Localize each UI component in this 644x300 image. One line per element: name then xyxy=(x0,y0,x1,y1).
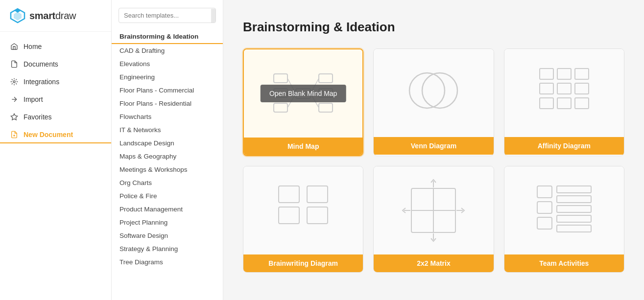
template-card-mind-map[interactable]: Open Blank Mind Map Mind M xyxy=(243,48,363,156)
category-item-brainstorming[interactable]: Brainstorming & Ideation xyxy=(112,30,223,44)
category-item-tree[interactable]: Tree Diagrams xyxy=(112,255,223,269)
category-item-org-charts[interactable]: Org Charts xyxy=(112,176,223,189)
template-grid: Open Blank Mind Map Mind M xyxy=(243,48,624,273)
import-icon xyxy=(10,95,19,104)
card-preview-2x2-matrix xyxy=(374,166,493,254)
category-item-it-networks[interactable]: IT & Networks xyxy=(112,123,223,137)
card-preview-team-activities xyxy=(504,166,624,254)
svg-rect-51 xyxy=(557,215,591,222)
template-card-2x2-matrix[interactable]: 2x2 Matrix xyxy=(373,166,494,273)
nav-items: Home Documents Integrations Import Favor xyxy=(0,32,111,300)
category-item-strategy[interactable]: Strategy & Planning xyxy=(112,242,223,255)
svg-rect-13 xyxy=(274,103,287,112)
svg-rect-47 xyxy=(537,217,552,229)
category-item-floor-commercial[interactable]: Floor Plans - Commercial xyxy=(112,84,223,97)
category-panel: Brainstorming & Ideation CAD & Drafting … xyxy=(112,0,223,300)
nav-label-import: Import xyxy=(24,95,43,103)
svg-marker-1 xyxy=(14,12,22,21)
svg-rect-37 xyxy=(307,207,328,224)
card-preview-brainwriting-diagram xyxy=(243,166,363,254)
svg-point-3 xyxy=(13,81,15,83)
page-title: Brainstorming & Ideation xyxy=(243,20,624,35)
card-preview-venn-diagram xyxy=(374,49,493,137)
home-icon xyxy=(10,42,19,51)
brainwriting-diagram-preview-icon xyxy=(271,179,335,242)
integrations-icon xyxy=(10,77,19,86)
card-label-brainwriting-diagram: Brainwriting Diagram xyxy=(243,254,363,272)
card-preview-mind-map: Open Blank Mind Map xyxy=(244,49,362,138)
open-blank-mind-map-button[interactable]: Open Blank Mind Map xyxy=(261,85,346,102)
nav-item-new-document[interactable]: New Document xyxy=(0,126,111,143)
category-item-software[interactable]: Software Design xyxy=(112,229,223,242)
svg-rect-27 xyxy=(575,69,589,79)
card-label-affinity-diagram: Affinity Diagram xyxy=(504,137,624,155)
svg-rect-33 xyxy=(575,98,589,109)
template-card-brainwriting-diagram[interactable]: Brainwriting Diagram xyxy=(243,166,363,273)
nav-item-favorites[interactable]: Favorites xyxy=(0,108,111,126)
template-card-affinity-diagram[interactable]: Affinity Diagram xyxy=(504,48,624,156)
svg-rect-35 xyxy=(307,186,328,203)
svg-rect-16 xyxy=(319,103,333,112)
search-input[interactable] xyxy=(119,8,211,23)
category-item-flowcharts[interactable]: Flowcharts xyxy=(112,110,223,123)
documents-icon xyxy=(10,60,19,69)
svg-rect-14 xyxy=(319,74,333,83)
favorites-icon xyxy=(10,113,19,121)
category-item-cad[interactable]: CAD & Drafting xyxy=(112,44,223,57)
venn-diagram-preview-icon xyxy=(402,61,465,125)
logo-area: smartdraw xyxy=(0,0,111,32)
logo-text: smartdraw xyxy=(29,10,76,22)
svg-rect-34 xyxy=(279,186,299,203)
category-item-landscape[interactable]: Landscape Design xyxy=(112,137,223,150)
nav-label-new-document: New Document xyxy=(24,131,73,138)
search-button[interactable] xyxy=(211,9,216,23)
category-item-elevations[interactable]: Elevations xyxy=(112,57,223,70)
svg-rect-49 xyxy=(557,196,591,203)
svg-rect-25 xyxy=(540,69,553,79)
2x2-matrix-preview-icon xyxy=(402,179,465,242)
category-list: Brainstorming & Ideation CAD & Drafting … xyxy=(112,30,223,269)
nav-item-import[interactable]: Import xyxy=(0,91,111,108)
svg-rect-11 xyxy=(274,74,287,83)
new-document-icon xyxy=(10,130,19,139)
svg-rect-36 xyxy=(279,207,299,224)
card-label-team-activities: Team Activities xyxy=(504,254,624,272)
category-item-floor-residential[interactable]: Floor Plans - Residential xyxy=(112,97,223,110)
category-item-product[interactable]: Product Management xyxy=(112,203,223,216)
smartdraw-logo-icon xyxy=(10,8,25,23)
svg-rect-45 xyxy=(537,186,552,198)
left-navigation: smartdraw Home Documents Integrations xyxy=(0,0,112,300)
category-item-project[interactable]: Project Planning xyxy=(112,216,223,229)
card-label-venn-diagram: Venn Diagram xyxy=(374,137,493,155)
main-content: Brainstorming & Ideation Open Blank Mind… xyxy=(223,0,644,300)
category-item-meetings[interactable]: Meetings & Workshops xyxy=(112,163,223,176)
nav-label-home: Home xyxy=(24,43,42,50)
svg-rect-50 xyxy=(557,206,591,212)
nav-item-documents[interactable]: Documents xyxy=(0,55,111,73)
search-bar xyxy=(119,8,216,23)
svg-rect-31 xyxy=(540,98,553,109)
svg-marker-5 xyxy=(11,114,17,120)
nav-item-home[interactable]: Home xyxy=(0,38,111,55)
nav-label-integrations: Integrations xyxy=(24,78,59,86)
svg-rect-26 xyxy=(557,69,571,79)
card-preview-affinity-diagram xyxy=(504,49,624,137)
team-activities-preview-icon xyxy=(532,179,596,242)
template-card-venn-diagram[interactable]: Venn Diagram xyxy=(373,48,494,156)
svg-rect-48 xyxy=(557,186,591,193)
affinity-diagram-preview-icon xyxy=(532,61,596,125)
category-item-police[interactable]: Police & Fire xyxy=(112,189,223,203)
svg-rect-30 xyxy=(575,83,589,94)
card-label-2x2-matrix: 2x2 Matrix xyxy=(374,254,493,272)
nav-label-documents: Documents xyxy=(24,60,58,68)
svg-rect-29 xyxy=(557,83,571,94)
svg-rect-32 xyxy=(557,98,571,109)
template-card-team-activities[interactable]: Team Activities xyxy=(504,166,624,273)
svg-rect-52 xyxy=(557,225,591,232)
card-label-mind-map: Mind Map xyxy=(244,138,362,155)
category-item-maps[interactable]: Maps & Geography xyxy=(112,150,223,163)
category-item-engineering[interactable]: Engineering xyxy=(112,70,223,84)
svg-rect-28 xyxy=(540,83,553,94)
nav-item-integrations[interactable]: Integrations xyxy=(0,73,111,91)
svg-rect-46 xyxy=(537,202,552,213)
